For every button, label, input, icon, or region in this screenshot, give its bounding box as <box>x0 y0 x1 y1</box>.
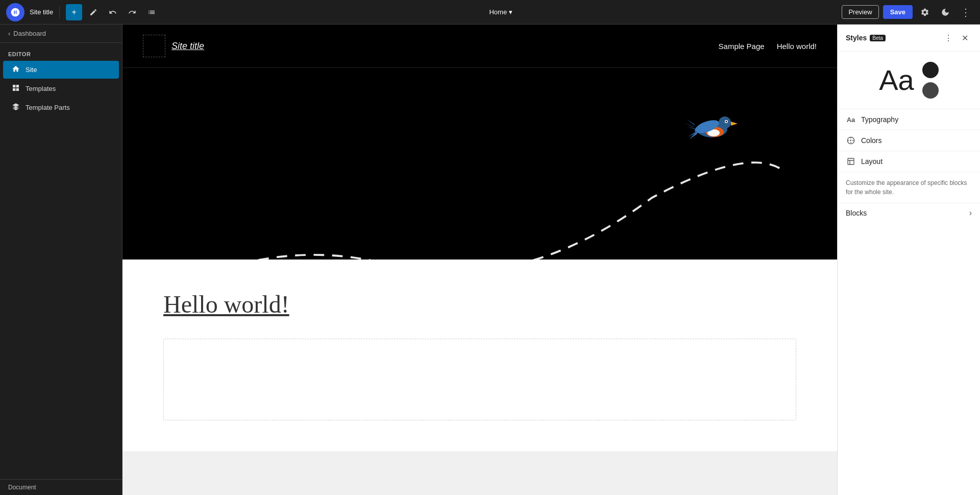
toolbar-center: Home ▾ <box>164 6 838 18</box>
sidebar-item-label-template-parts: Template Parts <box>26 104 70 111</box>
editor-label: Editor <box>0 43 122 60</box>
panel-item-typography[interactable]: Aa Typography <box>838 109 980 130</box>
wp-logo[interactable] <box>6 3 24 21</box>
preview-dot-2 <box>922 82 939 99</box>
undo-button[interactable] <box>105 4 121 20</box>
dark-mode-button[interactable] <box>937 4 953 20</box>
canvas-header-section: Site title Sample Page Hello world! <box>122 25 837 260</box>
hello-world-title: Hello world! <box>163 290 796 318</box>
preview-button[interactable]: Preview <box>842 5 878 19</box>
site-logo-placeholder <box>143 35 165 57</box>
typography-icon: Aa <box>846 114 856 125</box>
edit-button[interactable] <box>85 4 102 20</box>
svg-marker-2 <box>731 122 738 126</box>
toolbar-left: Site title + <box>6 3 160 21</box>
template-parts-icon <box>11 103 20 112</box>
top-toolbar: Site title + Home ▾ Preview Save <box>0 0 980 25</box>
svg-rect-9 <box>848 158 854 164</box>
site-title-header: Site title <box>30 8 53 16</box>
style-preview: Aa <box>838 52 980 109</box>
content-placeholder <box>163 339 796 420</box>
dashed-path-svg <box>122 65 837 260</box>
svg-point-7 <box>726 121 727 123</box>
typography-label: Typography <box>861 115 898 124</box>
panel-close-button[interactable]: ✕ <box>958 31 972 45</box>
sidebar-item-site[interactable]: Site <box>3 61 119 79</box>
layout-icon <box>846 156 856 167</box>
panel-item-colors[interactable]: Colors <box>838 130 980 151</box>
panel-description: Customize the appearance of specific blo… <box>838 172 980 203</box>
templates-icon <box>11 84 20 93</box>
canvas-nav: Site title Sample Page Hello world! <box>122 25 837 68</box>
svg-point-1 <box>719 116 731 129</box>
redo-button[interactable] <box>124 4 140 20</box>
preview-aa-text: Aa <box>879 66 914 95</box>
more-options-button[interactable]: ⋮ <box>958 4 974 20</box>
blocks-label: Blocks <box>846 209 867 217</box>
save-button[interactable]: Save <box>883 5 913 19</box>
panel-title: Styles <box>846 34 867 42</box>
dashboard-link[interactable]: ‹ Dashboard <box>0 25 122 43</box>
main-layout: ‹ Dashboard Editor Site Templates Templa… <box>0 25 980 495</box>
panel-more-button[interactable]: ⋮ <box>941 31 955 45</box>
panel-item-layout[interactable]: Layout <box>838 151 980 172</box>
canvas-content-section: Hello world! <box>122 260 837 451</box>
sidebar-item-template-parts[interactable]: Template Parts <box>3 99 119 116</box>
home-dropdown[interactable]: Home ▾ <box>485 6 517 18</box>
sidebar-footer: Document <box>0 479 122 495</box>
canvas-area[interactable]: Site title Sample Page Hello world! <box>122 25 837 495</box>
colors-icon <box>846 135 856 146</box>
panel-header-actions: ⋮ ✕ <box>941 31 972 45</box>
toolbar-right: Preview Save ⋮ <box>842 4 974 20</box>
settings-button[interactable] <box>917 4 933 20</box>
beta-badge: Beta <box>870 35 886 41</box>
layout-label: Layout <box>861 157 883 166</box>
canvas-nav-links: Sample Page Hello world! <box>719 42 817 51</box>
sidebar-item-label-site: Site <box>26 66 37 74</box>
preview-dots <box>922 62 939 99</box>
sidebar-item-templates[interactable]: Templates <box>3 80 119 98</box>
site-icon <box>11 65 20 75</box>
panel-blocks-row[interactable]: Blocks › <box>838 203 980 223</box>
right-panel: Styles Beta ⋮ ✕ Aa Aa Typography <box>837 25 980 495</box>
nav-link-sample-page: Sample Page <box>719 42 765 51</box>
nav-link-hello-world: Hello world! <box>777 42 817 51</box>
panel-header: Styles Beta ⋮ ✕ <box>838 25 980 52</box>
canvas-site-title: Site title <box>172 41 204 52</box>
bird-illustration <box>679 106 745 149</box>
colors-label: Colors <box>861 136 881 145</box>
sidebar-item-label-templates: Templates <box>26 85 56 92</box>
bird-svg <box>679 106 745 147</box>
blocks-arrow: › <box>969 208 972 218</box>
sidebar: ‹ Dashboard Editor Site Templates Templa… <box>0 25 122 495</box>
preview-dot-1 <box>922 62 939 78</box>
list-view-button[interactable] <box>143 4 160 20</box>
add-block-button[interactable]: + <box>66 4 82 20</box>
